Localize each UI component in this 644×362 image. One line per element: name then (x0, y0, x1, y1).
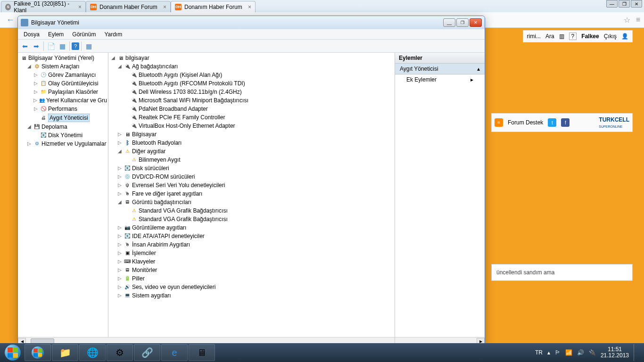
browser-tab-active[interactable]: DH Donanım Haber Forum × (171, 1, 256, 12)
collapse-icon[interactable]: ◢ (110, 54, 116, 62)
forward-button[interactable]: ➡ (31, 41, 41, 51)
chevron-up-icon[interactable]: ▴ (477, 66, 480, 72)
mmc-left-tree[interactable]: Bilgisayar Yönetimi (Yerel) ◢Sistem Araç… (18, 53, 108, 345)
category-bluetooth[interactable]: ▷Bluetooth Radyoları (109, 139, 394, 147)
show-desktop-button[interactable] (634, 344, 638, 361)
tree-services[interactable]: ▷Hizmetler ve Uygulamalar (19, 140, 107, 148)
maximize-button[interactable]: ❐ (619, 0, 630, 8)
device-item[interactable]: PdaNet Broadband Adapter (109, 105, 394, 113)
tab-close-icon[interactable]: × (163, 4, 166, 10)
device-root[interactable]: ◢bilgisayar (109, 54, 394, 62)
actions-more[interactable]: Ek Eylemler ▸ (395, 74, 485, 85)
device-unknown[interactable]: Bilinmeyen Aygıt (109, 156, 394, 164)
expand-icon[interactable]: ▷ (117, 292, 123, 299)
device-tree[interactable]: ◢bilgisayar ◢Ağ bağdaştırıcıları Bluetoo… (108, 53, 395, 345)
close-button[interactable]: ✕ (631, 0, 642, 8)
category-usb[interactable]: ▷Evrensel Seri Veri Yolu denetleyicileri (109, 181, 394, 189)
collapse-icon[interactable]: ◢ (117, 148, 123, 155)
category-computer[interactable]: ▷Bilgisayar (109, 130, 394, 139)
tray-chevron-icon[interactable]: ▴ (547, 349, 550, 356)
category-sound[interactable]: ▷Ses, video ve oyun denetleyicileri (109, 283, 394, 291)
pages-icon[interactable]: ▥ (559, 33, 564, 40)
category-network[interactable]: ◢Ağ bağdaştırıcıları (109, 62, 394, 71)
menu-help[interactable]: Yardım (100, 30, 126, 39)
tree-item[interactable]: ▷Yerel Kullanıcılar ve Gru (19, 96, 107, 105)
taskbar-explorer[interactable]: 📁 (52, 344, 78, 361)
expand-icon[interactable]: ▷ (117, 249, 123, 257)
start-button[interactable] (2, 344, 24, 361)
expand-icon[interactable]: ▷ (117, 165, 123, 172)
taskbar-ie[interactable]: e (161, 344, 188, 361)
show-hide-tree-icon[interactable]: ▦ (57, 41, 67, 51)
expand-icon[interactable]: ▷ (33, 80, 39, 87)
collapse-icon[interactable]: ◢ (26, 123, 32, 131)
expand-icon[interactable]: ▷ (117, 283, 123, 291)
category-keyboards[interactable]: ▷Klavyeler (109, 257, 394, 266)
tab-close-icon[interactable]: × (78, 4, 82, 10)
tree-item[interactable]: ▷Performans (19, 105, 107, 113)
category-disk[interactable]: ▷Disk sürücüleri (109, 164, 394, 173)
device-item[interactable]: Standard VGA Grafik Bağdaştırıcısı (109, 206, 394, 215)
taskbar-app[interactable] (25, 344, 51, 361)
close-button[interactable]: ✕ (470, 18, 482, 27)
browser-tab[interactable]: DH Donanım Haber Forum × (86, 1, 171, 12)
expand-icon[interactable]: ▷ (33, 105, 39, 113)
back-button[interactable]: ← (4, 13, 17, 26)
device-item[interactable]: Bluetooth Aygıtı (Kişisel Alan Ağı) (109, 71, 394, 79)
device-item[interactable]: Realtek PCIe FE Family Controller (109, 113, 394, 122)
expand-icon[interactable]: ▷ (117, 275, 123, 282)
category-dvd[interactable]: ▷DVD/CD-ROM sürücüleri (109, 173, 394, 181)
menu-icon[interactable]: ≡ (636, 16, 640, 24)
expand-icon[interactable]: ▷ (117, 224, 123, 231)
tab-close-icon[interactable]: × (248, 4, 251, 10)
device-item[interactable]: Bluetooth Aygıtı (RFCOMM Protokolü TDI) (109, 79, 394, 88)
refresh-icon[interactable]: ▦ (83, 41, 94, 51)
help-icon[interactable]: ? (72, 42, 79, 50)
maximize-button[interactable]: ❐ (456, 18, 469, 27)
minimize-button[interactable]: — (606, 0, 618, 8)
taskbar-chrome[interactable]: 🌐 (79, 344, 106, 361)
profile-icon[interactable]: 👤 (621, 33, 628, 40)
network-icon[interactable]: 📶 (565, 349, 572, 356)
category-mice[interactable]: ▷Fare ve diğer işaret aygıtları (109, 189, 394, 198)
taskbar-dell[interactable]: ⚙ (107, 344, 133, 361)
expand-icon[interactable]: ▷ (117, 258, 123, 265)
menu-file[interactable]: Dosya (20, 30, 43, 39)
tree-item[interactable]: Disk Yönetimi (19, 131, 107, 140)
expand-icon[interactable]: ▷ (33, 88, 39, 96)
tree-item[interactable]: ▷Görev Zamanlayıcı (19, 71, 107, 79)
collapse-icon[interactable]: ◢ (117, 63, 123, 70)
category-processors[interactable]: ▷İşlemciler (109, 249, 394, 257)
expand-icon[interactable]: ▷ (117, 266, 123, 274)
expand-icon[interactable]: ▷ (117, 241, 123, 248)
category-hid[interactable]: ▷İnsan Arabirim Aygıtları (109, 240, 394, 249)
power-icon[interactable]: 🔌 (589, 349, 596, 356)
category-display[interactable]: ◢Görüntü bağdaştırıcıları (109, 198, 394, 206)
username[interactable]: Falkee (581, 33, 599, 40)
tree-root[interactable]: Bilgisayar Yönetimi (Yerel) (19, 54, 107, 62)
expand-icon[interactable]: ▷ (117, 181, 123, 189)
rss-icon[interactable]: ⌗ (495, 118, 503, 127)
tree-device-manager[interactable]: Aygıt Yöneticisi (19, 113, 107, 123)
facebook-icon[interactable]: f (561, 118, 570, 127)
mmc-titlebar[interactable]: Bilgisayar Yönetimi __ ❐ ✕ (18, 16, 485, 29)
help-button[interactable]: ? (569, 33, 577, 40)
category-other[interactable]: ◢Diğer aygıtlar (109, 147, 394, 156)
taskbar-app[interactable]: 🔗 (134, 344, 160, 361)
logout-link[interactable]: Çıkış (604, 33, 617, 40)
device-item[interactable]: Standard VGA Grafik Bağdaştırıcısı (109, 215, 394, 223)
device-item[interactable]: Microsoft Sanal WiFi Miniport Bağdaştırı… (109, 96, 394, 105)
tree-storage[interactable]: ◢Depolama (19, 123, 107, 131)
expand-icon[interactable]: ▷ (117, 131, 123, 138)
category-system[interactable]: ▷Sistem aygıtları (109, 291, 394, 300)
expand-icon[interactable]: ▷ (33, 71, 39, 79)
properties-icon[interactable]: 📄 (46, 41, 56, 51)
clock[interactable]: 11:51 21.12.2013 (601, 346, 629, 359)
actions-context[interactable]: Aygıt Yöneticisi ▴ (395, 64, 485, 74)
expand-icon[interactable]: ▷ (26, 140, 32, 148)
device-item[interactable]: Dell Wireless 1703 802.11b/g/n (2.4GHz) (109, 88, 394, 96)
search-link[interactable]: Ara (545, 33, 554, 40)
browser-tab[interactable]: S Falkee_01 (320|851) - Klanl × (1, 1, 86, 12)
category-ide[interactable]: ▷IDE ATA/ATAPI denetleyiciler (109, 232, 394, 240)
category-imaging[interactable]: ▷Görüntüleme aygıtları (109, 223, 394, 232)
